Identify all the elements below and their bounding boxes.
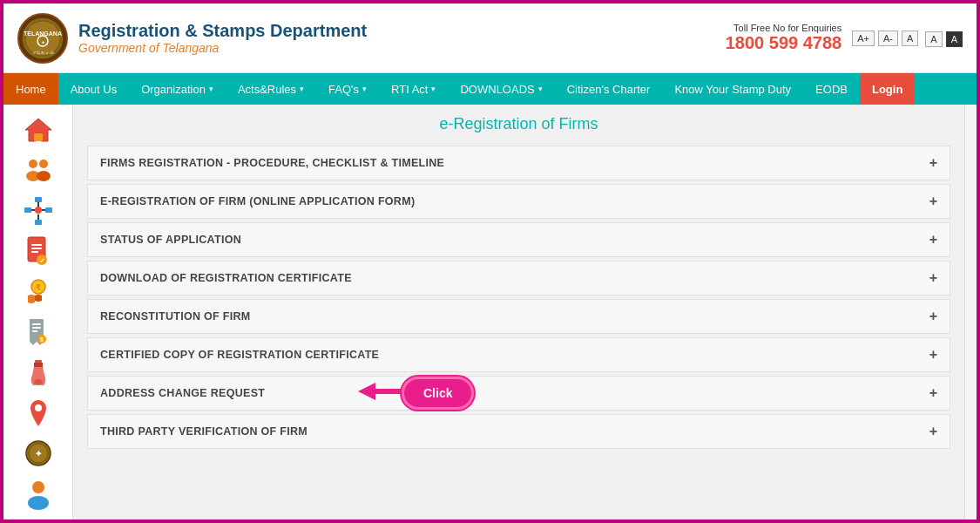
content-area: e-Registration of Firms FIRMS REGISTRATI… bbox=[73, 105, 964, 520]
svg-point-9 bbox=[39, 160, 48, 168]
click-arrow bbox=[358, 383, 406, 404]
svg-point-39 bbox=[34, 379, 43, 384]
accordion-item-8[interactable]: THIRD PARTY VERIFICATION OF FIRM + bbox=[87, 414, 950, 449]
nav-eodb[interactable]: EODB bbox=[803, 73, 860, 105]
accordion-plus-7: + bbox=[929, 385, 937, 401]
nav-citizens-charter[interactable]: Citizen's Charter bbox=[555, 73, 663, 105]
font-bold-btn[interactable]: A bbox=[946, 31, 963, 47]
font-increase-btn[interactable]: A+ bbox=[852, 31, 875, 46]
svg-text:✦: ✦ bbox=[41, 40, 45, 45]
accordion-plus-1: + bbox=[929, 155, 937, 171]
dept-name: Registration & Stamps Department Governm… bbox=[78, 21, 367, 55]
accordion-plus-8: + bbox=[929, 424, 937, 439]
logo-area: TELANGANA ✦ రాష్ట్రము Registration & Sta… bbox=[17, 13, 367, 64]
accordion-item-2[interactable]: E-REGISTRATION OF FIRM (ONLINE APPLICATI… bbox=[87, 184, 950, 219]
svg-rect-7 bbox=[34, 133, 43, 141]
sidebar-receipt-icon[interactable]: $ bbox=[16, 314, 61, 350]
sidebar-pin-icon[interactable] bbox=[16, 395, 61, 431]
accordion-item-1[interactable]: FIRMS REGISTRATION - PROCEDURE, CHECKLIS… bbox=[87, 146, 950, 180]
svg-point-8 bbox=[29, 160, 37, 168]
sidebar-emblem-icon[interactable]: ✦ bbox=[16, 435, 61, 472]
svg-rect-15 bbox=[35, 220, 42, 225]
chevron-icon: ▾ bbox=[300, 85, 304, 93]
nav-home[interactable]: Home bbox=[3, 73, 58, 105]
click-badge: Click bbox=[402, 377, 474, 410]
svg-text:✓: ✓ bbox=[38, 257, 44, 265]
nav-about-us[interactable]: About Us bbox=[58, 73, 129, 105]
nav-faqs[interactable]: FAQ's ▾ bbox=[316, 73, 379, 105]
toll-free-box: Toll Free No for Enquiries 1800 599 4788 bbox=[726, 23, 841, 53]
sidebar-coin-icon[interactable]: ₹ bbox=[16, 274, 61, 310]
sidebar-flask-icon[interactable] bbox=[16, 354, 61, 391]
toll-free-number: 1800 599 4788 bbox=[726, 33, 841, 53]
svg-marker-46 bbox=[358, 383, 375, 400]
accordion-item-3[interactable]: STATUS OF APPLICATION + bbox=[87, 222, 950, 257]
svg-rect-37 bbox=[35, 360, 42, 363]
sidebar: ✓ ₹ $ bbox=[3, 105, 73, 520]
header-right: Toll Free No for Enquiries 1800 599 4788… bbox=[726, 23, 963, 53]
logo-emblem: TELANGANA ✦ రాష్ట్రము bbox=[17, 13, 68, 64]
accordion-label-4: DOWNLOAD OF REGISTRATION CERTIFICATE bbox=[100, 272, 352, 284]
sidebar-person-icon[interactable] bbox=[16, 476, 61, 513]
accordion-item-4[interactable]: DOWNLOAD OF REGISTRATION CERTIFICATE + bbox=[87, 261, 950, 295]
svg-rect-33 bbox=[32, 327, 41, 329]
accordion-item-7[interactable]: ADDRESS CHANGE REQUEST Click + bbox=[87, 376, 950, 411]
nav-know-stamp-duty[interactable]: Know Your Stamp Duty bbox=[662, 73, 803, 105]
accordion-plus-3: + bbox=[929, 232, 937, 248]
accordion-plus-4: + bbox=[929, 270, 937, 286]
main-layout: ✓ ₹ $ bbox=[3, 105, 977, 520]
chevron-icon: ▾ bbox=[431, 85, 436, 93]
svg-rect-38 bbox=[34, 363, 43, 367]
svg-rect-34 bbox=[32, 330, 37, 332]
nav-rti-act[interactable]: RTI Act ▾ bbox=[379, 73, 448, 105]
accordion-plus-2: + bbox=[929, 194, 937, 209]
chevron-icon: ▾ bbox=[362, 85, 367, 93]
header: TELANGANA ✦ రాష్ట్రము Registration & Sta… bbox=[3, 3, 977, 73]
svg-rect-23 bbox=[31, 244, 42, 246]
svg-rect-32 bbox=[32, 323, 41, 325]
font-normal-btn[interactable]: A bbox=[925, 31, 942, 47]
nav-organization[interactable]: Organization ▾ bbox=[129, 73, 226, 105]
accordion-item-5[interactable]: RECONSTITUTION OF FIRM + bbox=[87, 299, 950, 334]
font-decrease-btn[interactable]: A- bbox=[878, 31, 898, 46]
svg-point-44 bbox=[32, 481, 44, 493]
svg-text:రాష్ట్రము: రాష్ట్రము bbox=[32, 51, 54, 56]
accordion-label-7: ADDRESS CHANGE REQUEST bbox=[100, 387, 265, 399]
scrollbar[interactable] bbox=[964, 105, 977, 520]
accordion-label-8: THIRD PARTY VERIFICATION OF FIRM bbox=[100, 425, 308, 438]
toll-free-area: Toll Free No for Enquiries 1800 599 4788… bbox=[726, 23, 963, 53]
chevron-icon: ▾ bbox=[538, 85, 543, 93]
font-reset-btn[interactable]: A bbox=[902, 31, 918, 46]
sidebar-people-icon[interactable] bbox=[16, 152, 61, 188]
sidebar-document-icon[interactable]: ✓ bbox=[16, 233, 61, 269]
accordion-plus-6: + bbox=[929, 347, 937, 363]
svg-rect-13 bbox=[24, 207, 31, 213]
navbar: Home About Us Organization ▾ Acts&Rules … bbox=[3, 73, 977, 105]
svg-rect-12 bbox=[35, 197, 42, 202]
accordion-label-3: STATUS OF APPLICATION bbox=[100, 234, 241, 246]
nav-downloads[interactable]: DOWNLOADS ▾ bbox=[448, 73, 554, 105]
nav-login[interactable]: Login bbox=[860, 73, 915, 105]
accordion-item-6[interactable]: CERTIFIED COPY OF REGISTRATION CERTIFICA… bbox=[87, 337, 950, 372]
accordion-label-5: RECONSTITUTION OF FIRM bbox=[100, 310, 251, 323]
svg-text:$: $ bbox=[40, 336, 44, 343]
svg-rect-24 bbox=[31, 248, 42, 249]
svg-point-20 bbox=[35, 207, 42, 214]
sidebar-network-icon[interactable] bbox=[16, 193, 61, 229]
chevron-icon: ▾ bbox=[209, 85, 213, 93]
svg-point-45 bbox=[28, 496, 49, 510]
accordion-plus-5: + bbox=[929, 309, 937, 324]
nav-acts-rules[interactable]: Acts&Rules ▾ bbox=[226, 73, 316, 105]
accordion-label-2: E-REGISTRATION OF FIRM (ONLINE APPLICATI… bbox=[100, 195, 415, 207]
sidebar-home-icon[interactable] bbox=[16, 112, 61, 148]
svg-point-40 bbox=[35, 404, 42, 411]
toll-free-label: Toll Free No for Enquiries bbox=[726, 23, 841, 33]
font-controls: A+ A- A A A bbox=[852, 30, 963, 47]
svg-rect-47 bbox=[375, 389, 406, 394]
svg-rect-14 bbox=[45, 207, 52, 213]
dept-subtitle: Government of Telangana bbox=[78, 41, 367, 55]
svg-text:₹: ₹ bbox=[36, 283, 41, 292]
svg-point-11 bbox=[37, 171, 51, 181]
svg-rect-25 bbox=[31, 251, 38, 253]
dept-title: Registration & Stamps Department bbox=[78, 21, 367, 41]
